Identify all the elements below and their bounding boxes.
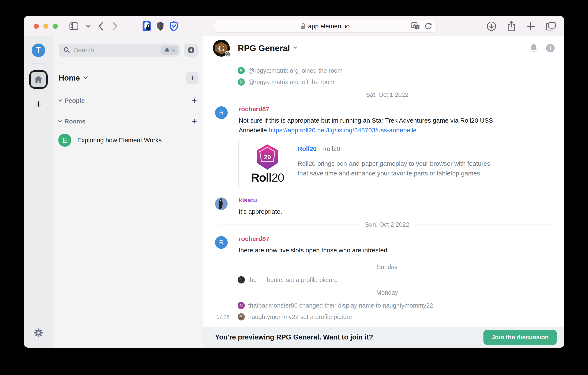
browser-window: app.element.io Ax̂	[24, 16, 564, 348]
rooms-section-label: Rooms	[65, 118, 85, 125]
chat-panel: G RPG General i	[203, 36, 564, 348]
member-avatar[interactable]: N	[238, 302, 245, 309]
password-manager-icon	[142, 21, 151, 32]
member-avatar[interactable]: R	[238, 67, 245, 74]
plus-icon	[526, 22, 535, 31]
minimize-window-button[interactable]	[43, 24, 48, 29]
add-room-button[interactable]: +	[192, 117, 197, 126]
user-avatar[interactable]: T	[32, 44, 45, 57]
toolbar-separator	[82, 22, 82, 31]
collapse-chevron-icon	[58, 99, 63, 102]
room-title[interactable]: RPG General	[238, 44, 290, 53]
space-panel-divider	[32, 63, 45, 64]
member-avatar-image	[238, 276, 245, 284]
message: R rocherd87 Not sure if this is appropri…	[203, 105, 564, 135]
zoom-window-button[interactable]	[53, 24, 58, 29]
download-icon	[487, 21, 496, 31]
preview-title-link[interactable]: Roll20	[298, 145, 317, 152]
sidebar-dropdown-button[interactable]	[86, 24, 91, 28]
roll20-wordmark-20: 20	[272, 171, 284, 184]
add-button[interactable]: +	[186, 72, 199, 84]
people-section-label: People	[65, 97, 85, 104]
sender-avatar[interactable]	[215, 198, 228, 210]
room-avatar: E	[58, 133, 71, 147]
gear-icon	[34, 328, 43, 338]
penguin-avatar-image	[215, 198, 228, 210]
shield-extension-button[interactable]	[157, 21, 164, 31]
message-timeline[interactable]: R @rpgya:matrix.org joined the room R @r…	[203, 60, 564, 327]
reload-button[interactable]	[424, 22, 432, 30]
new-tab-button[interactable]	[526, 22, 535, 31]
sender-avatar[interactable]: R	[215, 236, 228, 249]
tabs-icon	[546, 22, 556, 31]
message: klaatu It's appropriate.	[203, 197, 564, 216]
roll20-wordmark-roll: Roll	[251, 171, 272, 184]
home-space-button[interactable]	[29, 70, 48, 89]
preview-prompt: You're previewing RPG General. Want to j…	[215, 333, 373, 341]
svg-text:A: A	[413, 23, 415, 27]
room-preview-bar: You're previewing RPG General. Want to j…	[203, 327, 564, 348]
member-avatar[interactable]	[238, 276, 245, 284]
translate-button[interactable]: Ax̂	[411, 22, 420, 30]
password-manager-extension-button[interactable]	[142, 21, 151, 32]
create-space-button[interactable]: +	[35, 99, 42, 110]
add-people-button[interactable]: +	[192, 96, 197, 105]
join-discussion-button[interactable]: Join the discussion	[483, 330, 557, 345]
url-text: app.element.io	[308, 23, 350, 30]
home-icon	[34, 75, 43, 84]
people-section-header[interactable]: People +	[53, 84, 203, 105]
back-button[interactable]	[98, 22, 104, 31]
share-button[interactable]	[507, 21, 516, 32]
room-list-item[interactable]: E Exploring how Element Works	[53, 133, 203, 147]
sender-name[interactable]: klaatu	[239, 197, 257, 204]
member-avatar[interactable]	[238, 313, 245, 320]
blocker-extension-button[interactable]	[170, 21, 178, 31]
roll20-logo: 20 Roll20	[247, 144, 287, 184]
rooms-section-header[interactable]: Rooms +	[53, 105, 203, 126]
preview-title-suffix: - Roll20	[317, 145, 340, 152]
message: R rocherd87 there are now five slots ope…	[203, 235, 564, 255]
space-dropdown-chevron-icon[interactable]	[83, 76, 88, 80]
room-info-button[interactable]: i	[546, 44, 555, 52]
room-title-chevron-icon[interactable]	[293, 46, 298, 50]
d20-die-icon: 20	[255, 144, 280, 170]
room-header-avatar[interactable]: G	[213, 40, 230, 57]
svg-text:20: 20	[264, 154, 271, 160]
member-avatar-image	[238, 313, 245, 320]
public-room-globe-icon	[225, 51, 231, 57]
tab-overview-button[interactable]	[546, 22, 556, 31]
sidebar-toggle-button[interactable]	[69, 22, 79, 30]
membership-event: R @rpgya:matrix.org left the room	[238, 77, 564, 87]
room-list-item-name: Exploring how Element Works	[77, 137, 162, 144]
sender-avatar[interactable]: R	[215, 106, 228, 119]
date-divider: Sat, Oct 1 2022	[218, 91, 556, 98]
address-bar[interactable]: app.element.io Ax̂	[214, 20, 437, 33]
url-preview-card: 20 Roll20 Roll20 - Roll20 Roll20 brings …	[238, 141, 564, 187]
collapse-chevron-icon	[58, 120, 63, 123]
message-text: there are now five slots open those who …	[239, 245, 498, 255]
close-window-button[interactable]	[34, 24, 39, 29]
preview-description: Roll20 brings pen-and-paper gameplay to …	[298, 159, 500, 178]
message-link[interactable]: https://app.roll20.net/lfg/listing/34870…	[269, 127, 417, 133]
browser-toolbar: app.element.io Ax̂	[24, 16, 564, 36]
space-name[interactable]: Home	[59, 74, 80, 82]
settings-button[interactable]	[34, 328, 43, 338]
bell-icon	[529, 43, 538, 53]
info-icon: i	[546, 44, 555, 52]
lock-icon	[301, 23, 306, 29]
search-placeholder: Search	[74, 46, 94, 54]
space-panel: T +	[24, 36, 53, 348]
sender-name[interactable]: rocherd87	[239, 105, 269, 113]
chevron-down-icon	[86, 24, 91, 28]
explore-rooms-button[interactable]	[184, 44, 199, 57]
notifications-button[interactable]	[529, 43, 538, 53]
search-input[interactable]: Search ⌘ K	[59, 44, 180, 57]
sender-name[interactable]: rocherd87	[239, 235, 269, 243]
reload-icon	[424, 22, 432, 30]
downloads-button[interactable]	[487, 21, 496, 31]
forward-button[interactable]	[112, 22, 118, 31]
room-header: G RPG General i	[203, 36, 564, 60]
timestamp: 17:06	[217, 314, 229, 320]
chevron-left-icon	[98, 22, 104, 31]
member-avatar[interactable]: R	[238, 78, 245, 86]
